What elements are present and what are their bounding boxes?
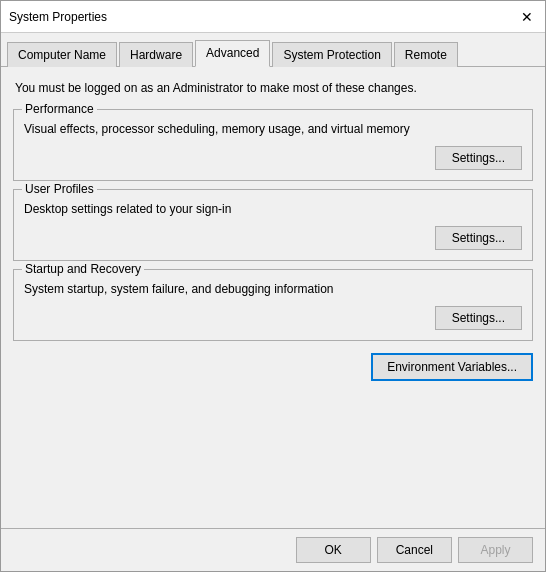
startup-recovery-description: System startup, system failure, and debu… [24, 276, 522, 306]
tab-hardware[interactable]: Hardware [119, 42, 193, 67]
startup-recovery-group: Startup and Recovery System startup, sys… [13, 269, 533, 341]
title-bar: System Properties ✕ [1, 1, 545, 33]
user-profiles-btn-row: Settings... [24, 226, 522, 250]
user-profiles-settings-button[interactable]: Settings... [435, 226, 522, 250]
ok-button[interactable]: OK [296, 537, 371, 563]
user-profiles-description: Desktop settings related to your sign-in [24, 196, 522, 226]
startup-recovery-label: Startup and Recovery [22, 262, 144, 276]
user-profiles-group: User Profiles Desktop settings related t… [13, 189, 533, 261]
environment-variables-button[interactable]: Environment Variables... [371, 353, 533, 381]
tab-remote[interactable]: Remote [394, 42, 458, 67]
performance-group: Performance Visual effects, processor sc… [13, 109, 533, 181]
performance-settings-button[interactable]: Settings... [435, 146, 522, 170]
performance-btn-row: Settings... [24, 146, 522, 170]
tabs-row: Computer Name Hardware Advanced System P… [1, 33, 545, 67]
admin-info-text: You must be logged on as an Administrato… [13, 77, 533, 101]
content-area: You must be logged on as an Administrato… [1, 67, 545, 528]
close-button[interactable]: ✕ [517, 7, 537, 27]
window-title: System Properties [9, 10, 107, 24]
tab-computer-name[interactable]: Computer Name [7, 42, 117, 67]
performance-description: Visual effects, processor scheduling, me… [24, 116, 522, 146]
apply-button[interactable]: Apply [458, 537, 533, 563]
tab-system-protection[interactable]: System Protection [272, 42, 391, 67]
startup-recovery-btn-row: Settings... [24, 306, 522, 330]
performance-label: Performance [22, 102, 97, 116]
system-properties-window: System Properties ✕ Computer Name Hardwa… [0, 0, 546, 572]
user-profiles-label: User Profiles [22, 182, 97, 196]
startup-recovery-settings-button[interactable]: Settings... [435, 306, 522, 330]
tab-advanced[interactable]: Advanced [195, 40, 270, 67]
env-variables-row: Environment Variables... [13, 353, 533, 381]
cancel-button[interactable]: Cancel [377, 537, 452, 563]
footer: OK Cancel Apply [1, 528, 545, 571]
